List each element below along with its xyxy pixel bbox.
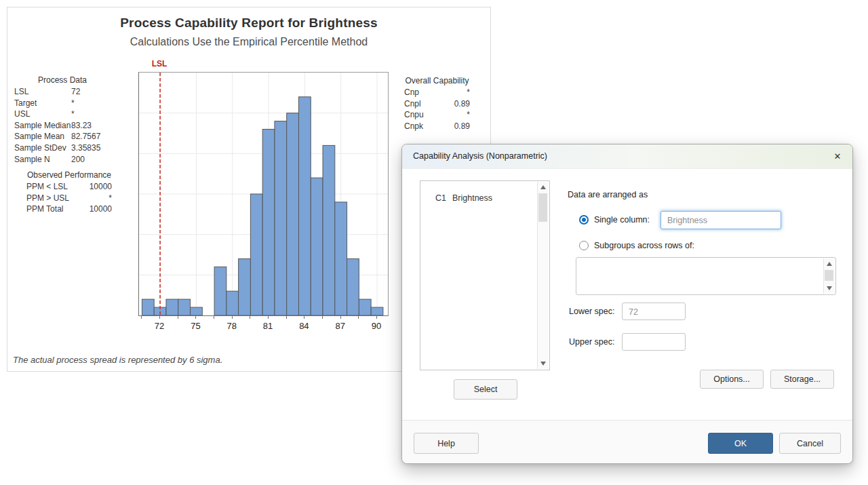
select-button[interactable]: Select (454, 379, 517, 400)
scroll-down-icon[interactable] (538, 358, 549, 369)
stat-row: Sample Median83.23 (14, 120, 111, 132)
stat-row: Cnpu* (404, 109, 470, 121)
histogram-bar (347, 258, 359, 315)
x-tick (376, 315, 377, 319)
scrollbar-thumb[interactable] (825, 270, 833, 281)
x-tick (178, 315, 178, 319)
stat-label: Sample StDev (14, 142, 71, 154)
overall-capability-table: Overall Capability Cnp*Cnpl0.89Cnpu*Cnpk… (404, 75, 470, 132)
histogram-bar (298, 97, 311, 315)
column-name: Brightness (452, 193, 492, 203)
stat-value: * (71, 98, 111, 109)
stat-value: 83.23 (71, 120, 111, 132)
single-column-radio[interactable] (582, 218, 586, 222)
x-tick (340, 315, 341, 319)
subgroups-label[interactable]: Subgroups across rows of: (594, 241, 694, 250)
x-tick (268, 315, 269, 319)
stat-row: Sample StDev3.35835 (14, 142, 111, 154)
stat-value: 0.89 (421, 98, 470, 110)
stat-value: * (71, 109, 111, 120)
stat-row: Target* (14, 98, 111, 109)
stat-value: 10000 (63, 203, 112, 215)
overall-capability-rows: Cnp*Cnpl0.89Cnpu*Cnpk0.89 (404, 87, 470, 132)
x-tick (232, 315, 233, 319)
dialog-title: Capability Analysis (Nonparametric) (402, 144, 852, 168)
stat-row: Cnp* (404, 87, 470, 98)
single-column-label[interactable]: Single column: (594, 215, 650, 225)
stat-value: 82.7567 (71, 131, 111, 142)
stat-value: * (69, 193, 112, 204)
help-button[interactable]: Help (414, 433, 479, 454)
x-tick (195, 315, 196, 319)
screen: Process Capability Report for Brightness… (0, 0, 868, 485)
process-data-rows: LSL72Target*USL*Sample Median83.23Sample… (14, 86, 111, 165)
column-id: C1 (435, 193, 452, 203)
cancel-button[interactable]: Cancel (779, 433, 841, 454)
subgroups-input[interactable] (576, 257, 836, 295)
histogram-chart: LSL 72757881848790 (138, 57, 412, 345)
histogram-bar (142, 299, 154, 315)
process-data-heading: Process Data (14, 75, 111, 86)
stat-value: 10000 (68, 181, 112, 193)
lsl-label: LSL (149, 59, 170, 69)
arranged-label: Data are arranged as (568, 190, 648, 199)
single-column-radio-row[interactable]: Single column: (579, 215, 650, 225)
scroll-down-icon[interactable] (824, 283, 835, 294)
capability-analysis-dialog: Capability Analysis (Nonparametric) ✕ C1… (401, 144, 853, 464)
histogram-bar (239, 258, 251, 315)
list-item[interactable]: C1Brightness (420, 181, 549, 203)
x-tick (214, 315, 214, 319)
single-column-input[interactable]: Brightness (660, 211, 781, 229)
process-data-table: Process Data LSL72Target*USL*Sample Medi… (14, 75, 111, 165)
x-tick (159, 315, 160, 319)
subgroups-radio-row[interactable]: Subgroups across rows of: (579, 241, 694, 250)
scrollbar-thumb[interactable] (538, 193, 547, 222)
scroll-up-icon[interactable] (538, 182, 549, 193)
stat-row: Cnpk0.89 (404, 121, 470, 132)
stat-label: Sample Mean (14, 131, 71, 142)
upper-spec-label: Upper spec: (569, 337, 614, 347)
options-button[interactable]: Options... (700, 370, 764, 389)
stat-label: Sample Median (14, 120, 71, 132)
stat-label: PPM > USL (26, 193, 69, 204)
subgroups-radio[interactable] (579, 241, 589, 250)
x-tick-label: 90 (367, 321, 386, 331)
ok-button[interactable]: OK (708, 433, 773, 454)
stat-row: USL* (14, 109, 111, 120)
histogram-bar (226, 291, 239, 315)
lower-spec-label: Lower spec: (569, 307, 614, 316)
lower-spec-input[interactable]: 72 (622, 303, 686, 320)
stat-row: PPM < LSL10000 (26, 181, 112, 193)
histogram-bar (250, 194, 262, 315)
x-tick-label: 87 (331, 321, 350, 331)
x-tick (304, 315, 304, 319)
x-tick-label: 84 (294, 321, 313, 331)
histogram-bar (178, 299, 191, 315)
close-icon[interactable]: ✕ (831, 150, 844, 163)
x-tick-label: 81 (258, 321, 277, 331)
stat-label: Sample N (14, 154, 71, 166)
histogram-bar (166, 299, 178, 315)
stat-label: Target (14, 98, 71, 109)
column-listbox[interactable]: C1Brightness (420, 180, 550, 370)
listbox-scrollbar[interactable] (537, 182, 549, 369)
x-tick (322, 315, 323, 319)
report-title: Process Capability Report for Brightness (7, 16, 490, 31)
report-footnote: The actual process spread is represented… (13, 355, 222, 365)
histogram-bar (371, 307, 383, 315)
subgroups-scrollbar[interactable] (823, 258, 835, 294)
histogram-bar (335, 202, 347, 315)
storage-button[interactable]: Storage... (770, 370, 834, 389)
stat-row: Sample Mean82.7567 (14, 131, 111, 142)
dialog-titlebar[interactable]: Capability Analysis (Nonparametric) ✕ (402, 144, 852, 169)
histogram-bar (214, 267, 226, 315)
x-tick-label: 75 (186, 321, 205, 331)
scroll-up-icon[interactable] (824, 258, 835, 269)
report-subtitle: Calculations Use the Empirical Percentil… (7, 36, 490, 48)
x-tick-label: 78 (222, 321, 241, 331)
x-tick-label: 72 (150, 321, 169, 331)
stat-value: 0.89 (423, 121, 470, 132)
histogram-bar (323, 145, 335, 315)
histogram-plot (138, 72, 389, 316)
upper-spec-input[interactable] (622, 333, 686, 351)
